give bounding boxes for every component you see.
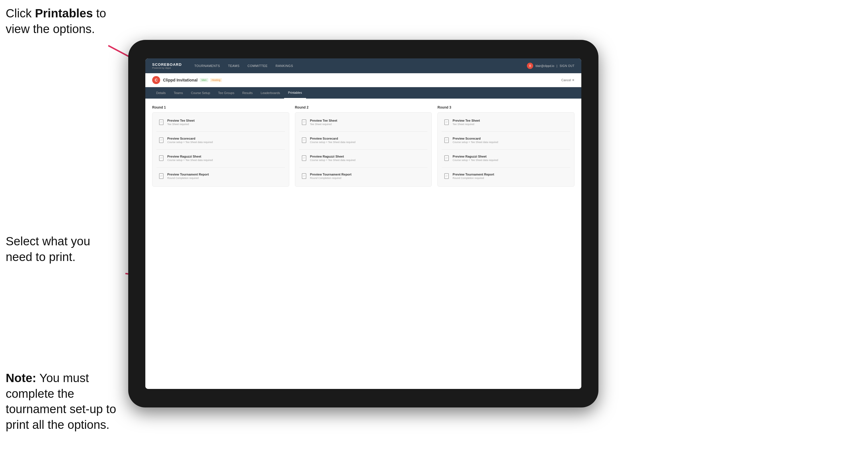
nav-bar: SCOREBOARD Powered by clippd TOURNAMENTS… (145, 58, 581, 73)
round-3-raguzzi-sub: Course setup + Tee Sheet data required (453, 159, 498, 161)
round-3-tournament-report[interactable]: Preview Tournament Report Round Completi… (442, 170, 570, 182)
round-3-title: Round 3 (437, 105, 575, 110)
tab-printables[interactable]: Printables (284, 87, 306, 99)
tab-bar: Details Teams Course Setup Tee Groups Re… (145, 87, 581, 99)
round-3-tee-sheet-text: Preview Tee Sheet Tee Sheet required (453, 119, 480, 126)
divider-r3-2 (442, 149, 570, 150)
round-3-tee-sheet-label: Preview Tee Sheet (453, 119, 480, 122)
round-2-tee-sheet-label: Preview Tee Sheet (310, 119, 337, 122)
cancel-button[interactable]: Cancel ✕ (561, 79, 575, 82)
divider-r3-3 (442, 167, 570, 167)
nav-committee[interactable]: COMMITTEE (244, 58, 272, 73)
round-2-raguzzi[interactable]: Preview Raguzzi Sheet Course setup + Tee… (299, 152, 428, 164)
round-2-scorecard-label: Preview Scorecard (310, 137, 355, 140)
round-2-scorecard-text: Preview Scorecard Course setup + Tee She… (310, 137, 355, 144)
round-1-tournament-report[interactable]: Preview Tournament Report Round Completi… (156, 170, 285, 182)
divider-r1-2 (156, 149, 285, 150)
round-2-tournament-report[interactable]: Preview Tournament Report Round Completi… (299, 170, 428, 182)
round-2-title: Round 2 (295, 105, 432, 110)
annotation-printables-bold: Printables (35, 6, 93, 20)
tab-teams[interactable]: Teams (170, 87, 187, 99)
nav-items: TOURNAMENTS TEAMS COMMITTEE RANKINGS (190, 58, 527, 73)
nav-rankings[interactable]: RANKINGS (272, 58, 297, 73)
nav-user-email: blair@clippd.io (535, 64, 554, 67)
tee-sheet-icon-r3 (444, 119, 450, 126)
round-2-report-text: Preview Tournament Report Round Completi… (310, 173, 352, 180)
raguzzi-icon-r3 (444, 155, 450, 162)
round-1-section: Round 1 (152, 105, 289, 187)
tab-leaderboards[interactable]: Leaderboards (257, 87, 284, 99)
round-3-card: Preview Tee Sheet Tee Sheet required Pre… (437, 112, 575, 187)
nav-logo-sub: Powered by clippd (152, 67, 182, 69)
round-1-tee-sheet[interactable]: Preview Tee Sheet Tee Sheet required (156, 117, 285, 128)
round-2-tee-sheet-text: Preview Tee Sheet Tee Sheet required (310, 119, 337, 126)
report-icon-r3 (444, 173, 450, 180)
round-1-raguzzi-label: Preview Raguzzi Sheet (167, 155, 213, 158)
nav-separator: | (557, 64, 557, 67)
round-2-report-label: Preview Tournament Report (310, 173, 352, 176)
round-2-tee-sheet[interactable]: Preview Tee Sheet Tee Sheet required (299, 117, 428, 128)
divider-r1-3 (156, 167, 285, 167)
divider-r1-1 (156, 131, 285, 132)
main-content: Round 1 (145, 99, 581, 389)
round-1-scorecard-text: Preview Scorecard Course setup + Tee She… (167, 137, 213, 144)
nav-right: B blair@clippd.io | Sign out (527, 58, 575, 73)
round-1-title: Round 1 (152, 105, 289, 110)
round-2-raguzzi-text: Preview Raguzzi Sheet Course setup + Tee… (310, 155, 355, 161)
round-1-scorecard[interactable]: Preview Scorecard Course setup + Tee She… (156, 134, 285, 147)
report-icon-r1 (159, 173, 164, 180)
round-1-report-label: Preview Tournament Report (167, 173, 209, 176)
round-3-section: Round 3 Preview Tee Sheet Tee Sheet requ… (437, 105, 575, 187)
status-tag: Hosting (210, 78, 222, 82)
annotation-middle-text: Select what you need to print. (6, 235, 90, 263)
tablet-device: SCOREBOARD Powered by clippd TOURNAMENTS… (128, 40, 598, 407)
round-2-raguzzi-label: Preview Raguzzi Sheet (310, 155, 355, 158)
tee-sheet-icon-r2 (302, 119, 307, 126)
tab-tee-groups[interactable]: Tee Groups (214, 87, 238, 99)
round-3-raguzzi-text: Preview Raguzzi Sheet Course setup + Tee… (453, 155, 498, 161)
round-2-raguzzi-sub: Course setup + Tee Sheet data required (310, 159, 355, 161)
tee-sheet-icon-r1 (159, 119, 164, 126)
annotation-top: Click Printables to view the options. (6, 6, 108, 37)
round-1-report-text: Preview Tournament Report Round Completi… (167, 173, 209, 180)
nav-teams[interactable]: TEAMS (224, 58, 243, 73)
gender-tag: Men (200, 78, 208, 82)
round-1-raguzzi-text: Preview Raguzzi Sheet Course setup + Tee… (167, 155, 213, 161)
nav-tournaments[interactable]: TOURNAMENTS (190, 58, 224, 73)
round-3-scorecard-text: Preview Scorecard Course setup + Tee She… (453, 137, 498, 144)
tab-details[interactable]: Details (152, 87, 170, 99)
rounds-grid: Round 1 (152, 105, 575, 187)
nav-logo: SCOREBOARD Powered by clippd (152, 62, 182, 69)
tournament-name: Clippd Invitational (163, 78, 197, 82)
round-3-scorecard-label: Preview Scorecard (453, 137, 498, 140)
round-1-raguzzi[interactable]: Preview Raguzzi Sheet Course setup + Tee… (156, 152, 285, 164)
scorecard-icon-r2 (302, 137, 307, 144)
round-1-card: Preview Tee Sheet Tee Sheet required (152, 112, 289, 187)
round-2-scorecard-sub: Course setup + Tee Sheet data required (310, 141, 355, 144)
round-3-tee-sheet[interactable]: Preview Tee Sheet Tee Sheet required (442, 117, 570, 128)
round-3-report-label: Preview Tournament Report (453, 173, 494, 176)
annotation-middle: Select what you need to print. (6, 234, 120, 265)
round-3-raguzzi[interactable]: Preview Raguzzi Sheet Course setup + Tee… (442, 152, 570, 164)
nav-sign-out[interactable]: Sign out (560, 58, 575, 73)
tab-course-setup[interactable]: Course Setup (187, 87, 214, 99)
raguzzi-icon-r1 (159, 155, 164, 162)
nav-logo-title: SCOREBOARD (152, 62, 182, 67)
round-1-report-sub: Round Completion required (167, 177, 209, 180)
round-2-scorecard[interactable]: Preview Scorecard Course setup + Tee She… (299, 134, 428, 147)
divider-r3-1 (442, 131, 570, 132)
round-1-scorecard-sub: Course setup + Tee Sheet data required (167, 141, 213, 144)
tab-results[interactable]: Results (238, 87, 257, 99)
round-1-tee-sheet-sub: Tee Sheet required (167, 123, 195, 126)
round-3-report-text: Preview Tournament Report Round Completi… (453, 173, 494, 180)
round-3-scorecard[interactable]: Preview Scorecard Course setup + Tee She… (442, 134, 570, 147)
round-2-card: Preview Tee Sheet Tee Sheet required Pre… (295, 112, 432, 187)
round-1-scorecard-label: Preview Scorecard (167, 137, 213, 140)
round-3-scorecard-sub: Course setup + Tee Sheet data required (453, 141, 498, 144)
scorecard-icon-r1 (159, 137, 164, 144)
nav-avatar: B (527, 63, 533, 69)
round-1-tee-sheet-label: Preview Tee Sheet (167, 119, 195, 122)
round-2-report-sub: Round Completion required (310, 177, 352, 180)
annotation-bottom: Note: You must complete the tournament s… (6, 370, 125, 433)
divider-r2-2 (299, 149, 428, 150)
